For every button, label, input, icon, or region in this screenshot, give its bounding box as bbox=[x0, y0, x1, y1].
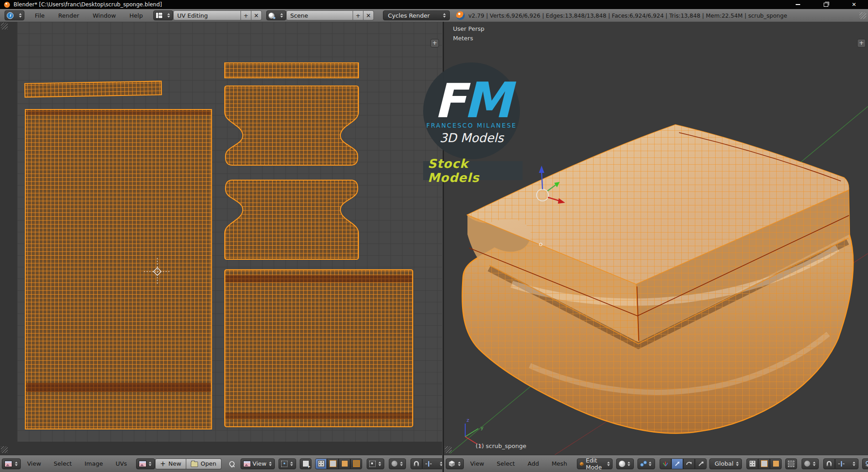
uv-sync-icon bbox=[302, 460, 309, 467]
uv-corner-grip[interactable] bbox=[1, 446, 8, 453]
uv-select-island-button[interactable] bbox=[350, 458, 362, 469]
image-pin-toggle[interactable] bbox=[226, 458, 238, 469]
viewport-shading-dropdown[interactable] bbox=[616, 458, 634, 469]
uv-sync-selection-toggle[interactable] bbox=[300, 458, 311, 469]
uv-select-edge-button[interactable] bbox=[327, 458, 339, 469]
uv-menu-select[interactable]: Select bbox=[47, 460, 78, 467]
manipulator-toggle-button[interactable] bbox=[660, 458, 671, 469]
face-mode-icon bbox=[773, 460, 779, 467]
blender-window: Blender* [C:\Users\franc\Desktop\scrub_s… bbox=[0, 0, 868, 472]
rotate-icon bbox=[686, 461, 692, 467]
face-select-icon bbox=[341, 460, 348, 467]
face-mode-button[interactable] bbox=[770, 458, 782, 469]
sticky-selection-dropdown[interactable] bbox=[367, 458, 384, 469]
minimize-button[interactable] bbox=[792, 1, 804, 8]
spinner-arrows-icon bbox=[377, 462, 382, 466]
uv-islands-canvas[interactable] bbox=[0, 22, 442, 455]
viewport-view-name: User Persp bbox=[453, 25, 485, 32]
screen-layout-field[interactable]: UV Editing bbox=[173, 10, 241, 20]
editor-type-info-button[interactable]: i bbox=[5, 10, 24, 20]
close-button[interactable]: ✕ bbox=[848, 1, 860, 8]
render-engine-dropdown[interactable]: Cycles Render bbox=[383, 10, 450, 20]
uv-menu-uvs[interactable]: UVs bbox=[109, 460, 133, 467]
screen-layout-browse-button[interactable] bbox=[153, 10, 173, 20]
spinner-arrows-icon bbox=[18, 13, 22, 18]
v3d-menu-select[interactable]: Select bbox=[491, 460, 521, 467]
add-scene-button[interactable]: + bbox=[353, 10, 363, 20]
uv-select-vertex-button[interactable] bbox=[315, 458, 327, 469]
delete-layout-button[interactable]: ✕ bbox=[251, 10, 262, 20]
header-corner-grip[interactable] bbox=[859, 12, 866, 19]
v3d-menu-mesh[interactable]: Mesh bbox=[545, 460, 573, 467]
limit-selection-visible-toggle[interactable] bbox=[785, 458, 797, 469]
v3d-menu-add[interactable]: Add bbox=[521, 460, 545, 467]
spinner-arrows-icon bbox=[735, 462, 739, 466]
uv-pivot-dropdown[interactable] bbox=[278, 458, 296, 469]
manipulator-z-arrow[interactable] bbox=[539, 166, 544, 173]
spinner-arrows-icon bbox=[443, 13, 447, 18]
v3d-editor-type-button[interactable] bbox=[446, 458, 464, 469]
image-open-button[interactable]: Open bbox=[186, 458, 222, 469]
translate-manipulator-button[interactable] bbox=[671, 458, 683, 469]
v3d-menu-view[interactable]: View bbox=[464, 460, 491, 467]
display-channels-dropdown[interactable]: View bbox=[241, 458, 275, 469]
uv-image-editor[interactable]: + bbox=[0, 22, 442, 455]
image-new-button[interactable]: + New bbox=[155, 458, 186, 469]
spinner-arrows-icon bbox=[148, 462, 152, 466]
snap-increment-icon bbox=[425, 461, 432, 467]
info-header: i File Render Window Help UV Editing + ✕… bbox=[0, 9, 868, 22]
screen-layout-icon bbox=[156, 12, 163, 19]
uv-island-large-rect bbox=[25, 110, 212, 429]
scene-statistics: v2.79 | Verts:6,926/6,926 | Edges:13,848… bbox=[468, 12, 787, 19]
scene-field[interactable]: Scene bbox=[286, 10, 353, 20]
vertex-mode-button[interactable] bbox=[746, 458, 758, 469]
axis-y-label: y bbox=[481, 425, 484, 431]
delete-scene-button[interactable]: ✕ bbox=[363, 10, 374, 20]
vertex-mode-icon bbox=[749, 460, 756, 467]
uv-snap-element-dropdown[interactable] bbox=[422, 458, 442, 469]
axis-tripod-icon bbox=[662, 461, 669, 467]
rotate-manipulator-button[interactable] bbox=[683, 458, 695, 469]
spinner-arrows-icon bbox=[812, 462, 816, 466]
snap-target-button[interactable] bbox=[862, 458, 868, 469]
uv-menu-view[interactable]: View bbox=[21, 460, 47, 467]
uv-island-square bbox=[225, 270, 413, 427]
v3d-snap-toggle[interactable] bbox=[823, 458, 835, 469]
uv-snap-toggle[interactable] bbox=[410, 458, 422, 469]
blender-logo-icon bbox=[456, 11, 465, 20]
uv-proportional-edit-dropdown[interactable] bbox=[389, 458, 406, 469]
image-datablock-browse-button[interactable] bbox=[136, 458, 155, 469]
v3d-corner-grip[interactable] bbox=[445, 446, 452, 453]
restore-button[interactable] bbox=[820, 1, 832, 8]
v3d-proportional-edit-dropdown[interactable] bbox=[802, 458, 819, 469]
pivot-icon bbox=[281, 461, 288, 467]
spinner-arrows-icon bbox=[457, 462, 461, 466]
menu-file[interactable]: File bbox=[28, 12, 52, 19]
edge-select-icon bbox=[330, 460, 336, 467]
v3d-snap-element-dropdown[interactable] bbox=[835, 458, 859, 469]
uv-open-properties-button[interactable]: + bbox=[430, 39, 439, 48]
pivot-point-dropdown[interactable] bbox=[637, 458, 655, 469]
transform-orientation-dropdown[interactable]: Global bbox=[709, 458, 742, 469]
proportional-edit-icon bbox=[392, 461, 397, 467]
scale-manipulator-button[interactable] bbox=[695, 458, 707, 469]
spinner-arrows-icon bbox=[648, 462, 652, 466]
menu-window[interactable]: Window bbox=[86, 12, 123, 19]
blender-icon bbox=[4, 2, 10, 8]
add-layout-button[interactable]: + bbox=[241, 10, 251, 20]
mode-dropdown[interactable]: Edit Mode bbox=[577, 458, 612, 469]
viewport-object-info: (1) scrub_sponge bbox=[476, 443, 526, 449]
spinner-arrows-icon bbox=[14, 462, 18, 466]
scene-browse-button[interactable] bbox=[266, 10, 286, 20]
uv-corner-grip[interactable] bbox=[1, 23, 8, 29]
edit-mode-icon bbox=[580, 461, 584, 467]
image-editor-icon bbox=[5, 461, 12, 467]
menu-help[interactable]: Help bbox=[123, 12, 150, 19]
uv-menu-image[interactable]: Image bbox=[78, 460, 109, 467]
edge-mode-button[interactable] bbox=[758, 458, 770, 469]
uv-editor-type-button[interactable] bbox=[2, 458, 21, 469]
uv-select-face-button[interactable] bbox=[339, 458, 350, 469]
v3d-open-properties-button[interactable]: + bbox=[857, 39, 866, 48]
menu-render[interactable]: Render bbox=[52, 12, 86, 19]
watermark-banner: Stock Models bbox=[423, 161, 523, 180]
